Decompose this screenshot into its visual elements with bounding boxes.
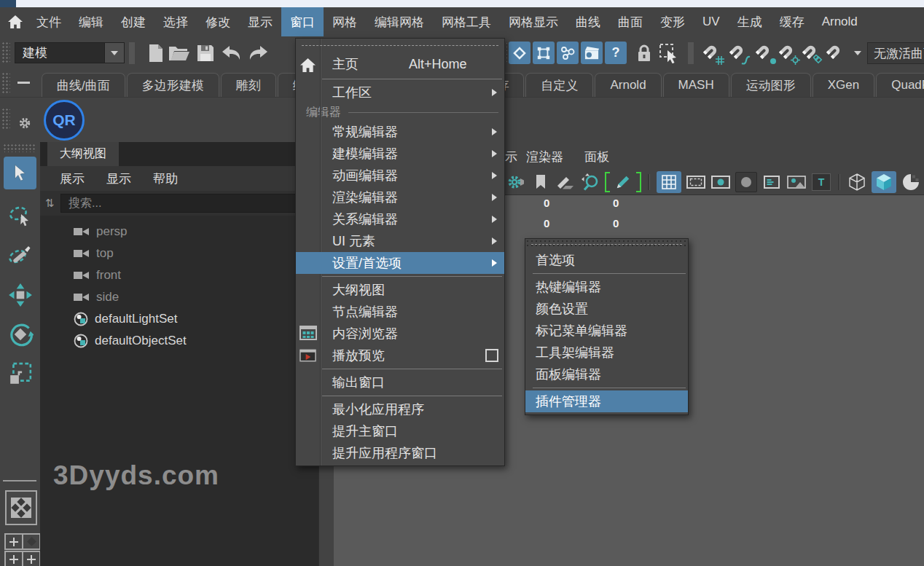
- quick-layout-button-1[interactable]: [4, 533, 23, 550]
- shelf-tab-mash[interactable]: MASH: [663, 73, 729, 97]
- menu-arnold[interactable]: Arnold: [813, 7, 866, 36]
- menu-item-minimize-application[interactable]: 最小化应用程序: [296, 398, 504, 420]
- resolution-gate-icon[interactable]: [710, 173, 731, 192]
- undo-icon[interactable]: [220, 42, 243, 65]
- menu-surfaces[interactable]: 曲面: [609, 7, 651, 36]
- gate-mask-icon[interactable]: [735, 172, 757, 192]
- quick-layout-button-2[interactable]: [22, 533, 41, 550]
- camera-attributes-icon[interactable]: [506, 173, 526, 192]
- shelf-tab-curves-surfaces[interactable]: 曲线/曲面: [42, 73, 125, 97]
- help-toggle[interactable]: ?: [605, 42, 627, 64]
- menu-item-content-browser[interactable]: 内容浏览器: [296, 323, 504, 345]
- outliner-item-persp[interactable]: persp: [40, 221, 318, 243]
- menu-file[interactable]: 文件: [28, 7, 70, 36]
- menu-mesh-display[interactable]: 网格显示: [500, 7, 567, 36]
- shelf-tab-quadremesher[interactable]: QuadRemesher: [876, 73, 924, 97]
- outliner-item-defaultlightset[interactable]: defaultLightSet: [40, 308, 318, 330]
- menu-item-home[interactable]: 主页 Alt+Home: [296, 52, 504, 76]
- menu-generate[interactable]: 生成: [729, 7, 771, 36]
- quick-layout-button-4[interactable]: [22, 551, 41, 566]
- shaded-textured-mode-icon[interactable]: [901, 173, 921, 192]
- menu-curves[interactable]: 曲线: [567, 7, 609, 36]
- submenu-item-marking-menu-editor[interactable]: 标记菜单编辑器: [525, 320, 688, 342]
- chevron-down-icon[interactable]: [105, 42, 125, 63]
- menu-item-node-editor[interactable]: 节点编辑器: [296, 301, 504, 323]
- outliner-item-front[interactable]: front: [40, 264, 318, 286]
- menu-edit[interactable]: 编辑: [70, 7, 112, 36]
- menu-create[interactable]: 创建: [112, 7, 154, 36]
- snap-to-point-icon[interactable]: [756, 42, 776, 64]
- submenu-item-panel-editor[interactable]: 面板编辑器: [525, 363, 688, 385]
- menu-tearoff-handle[interactable]: [296, 39, 504, 52]
- menu-item-rendering-editors[interactable]: 渲染编辑器: [296, 186, 504, 208]
- submenu-item-plugin-manager[interactable]: 插件管理器: [525, 390, 688, 412]
- panel-grip[interactable]: [1, 42, 10, 64]
- live-surface-field[interactable]: 无激活曲面: [867, 42, 924, 64]
- shelf-tab-poly-modeling[interactable]: 多边形建模: [127, 73, 219, 97]
- menu-windows[interactable]: 窗口: [281, 7, 324, 36]
- menu-deform[interactable]: 变形: [651, 7, 694, 36]
- snap-to-grid-icon[interactable]: [703, 42, 724, 64]
- open-scene-button[interactable]: [168, 42, 191, 65]
- menu-item-relationship-editors[interactable]: 关系编辑器: [296, 208, 504, 230]
- rotate-tool[interactable]: [4, 318, 36, 350]
- menu-item-animation-editors[interactable]: 动画编辑器: [296, 165, 504, 186]
- menu-item-modeling-editors[interactable]: 建模编辑器: [296, 143, 504, 165]
- redo-icon[interactable]: [246, 42, 270, 65]
- grease-pencil-icon[interactable]: [614, 173, 632, 192]
- menu-edit-mesh[interactable]: 编辑网格: [366, 7, 433, 36]
- field-chart-icon[interactable]: [761, 173, 782, 192]
- menu-mesh-tools[interactable]: 网格工具: [433, 7, 500, 36]
- bookmark-icon[interactable]: [530, 173, 551, 192]
- quick-layout-button-3[interactable]: [4, 551, 23, 566]
- shelf-tab-custom[interactable]: 自定义: [525, 73, 593, 97]
- snap-to-view-plane-icon[interactable]: [802, 42, 823, 64]
- shelf-tab-xgen[interactable]: XGen: [813, 73, 874, 97]
- menu-select[interactable]: 选择: [154, 7, 197, 36]
- playblast-toggle[interactable]: [581, 42, 603, 64]
- menu-item-raise-application-windows[interactable]: 提升应用程序窗口: [296, 442, 504, 464]
- menu-uv[interactable]: UV: [694, 7, 729, 36]
- snap-to-curve-icon[interactable]: [729, 42, 750, 64]
- viewport-menu-panels[interactable]: 面板: [584, 149, 609, 165]
- menu-item-output-window[interactable]: 输出窗口: [296, 372, 504, 393]
- outliner-item-top[interactable]: top: [40, 243, 318, 264]
- menu-item-settings-preferences[interactable]: 设置/首选项: [296, 252, 504, 274]
- menu-item-outliner[interactable]: 大纲视图: [296, 279, 504, 301]
- home-icon[interactable]: [3, 7, 28, 36]
- snap-options-caret[interactable]: [854, 51, 861, 55]
- node-network-toggle[interactable]: [557, 42, 579, 64]
- wireframe-mode-icon[interactable]: [847, 173, 867, 192]
- paint-select-tool[interactable]: [4, 237, 36, 270]
- option-box-icon[interactable]: [485, 349, 498, 362]
- outliner-search-input[interactable]: [60, 194, 318, 213]
- single-pane-layout-button[interactable]: [5, 490, 37, 525]
- lasso-select-tool[interactable]: [4, 200, 36, 232]
- shelf-tab-motion-graphics[interactable]: 运动图形: [731, 73, 811, 97]
- outliner-menu-show[interactable]: 展示: [60, 170, 85, 187]
- submenu-tearoff-handle[interactable]: [525, 239, 688, 249]
- submenu-item-color-settings[interactable]: 颜色设置: [525, 298, 688, 320]
- highlight-selection-icon[interactable]: [657, 42, 681, 65]
- make-live-icon[interactable]: [826, 42, 847, 64]
- sort-filter-icon[interactable]: ⇅: [40, 197, 59, 210]
- lock-selection-icon[interactable]: [633, 42, 656, 65]
- outliner-tab[interactable]: 大纲视图: [47, 142, 119, 166]
- menu-item-playblast[interactable]: 播放预览: [296, 345, 504, 366]
- outliner-menu-display[interactable]: 显示: [106, 170, 131, 187]
- frame-outline-toggle[interactable]: [533, 42, 555, 64]
- menu-item-raise-main-window[interactable]: 提升主窗口: [296, 420, 504, 442]
- submenu-item-hotkey-editor[interactable]: 热键编辑器: [525, 276, 688, 298]
- submenu-item-preferences[interactable]: 首选项: [525, 249, 688, 271]
- outliner-item-defaultobjectset[interactable]: defaultObjectSet: [40, 330, 318, 352]
- film-gate-icon[interactable]: [686, 173, 706, 192]
- move-tool[interactable]: [4, 278, 36, 311]
- menu-modify[interactable]: 修改: [197, 7, 239, 36]
- select-tool[interactable]: [4, 157, 36, 189]
- image-plane-icon[interactable]: [786, 173, 807, 192]
- shelf-tab-arnold[interactable]: Arnold: [595, 73, 661, 97]
- pan-zoom-icon[interactable]: [580, 173, 600, 192]
- submenu-item-shelf-editor[interactable]: 工具架编辑器: [525, 342, 688, 363]
- snap-to-projected-center-icon[interactable]: [779, 42, 799, 64]
- save-scene-button[interactable]: [194, 42, 217, 65]
